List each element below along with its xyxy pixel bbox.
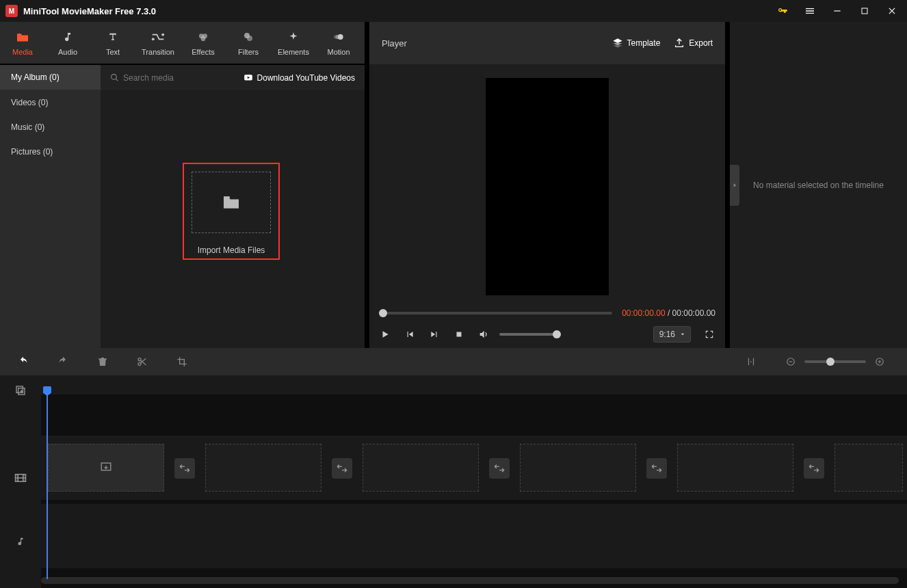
minimize-button[interactable] xyxy=(828,1,847,21)
import-label: Import Media Files xyxy=(198,245,265,255)
prev-frame-button[interactable] xyxy=(404,328,416,340)
folder-icon xyxy=(16,30,29,44)
folder-open-icon xyxy=(222,195,241,210)
delete-button[interactable] xyxy=(96,355,109,369)
clip-slot[interactable] xyxy=(677,444,793,492)
svg-point-9 xyxy=(111,75,117,80)
titlebar: M MiniTool MovieMaker Free 7.3.0 xyxy=(0,0,907,22)
transition-icon xyxy=(151,30,165,44)
layers-icon xyxy=(612,38,623,49)
tab-label: Motion xyxy=(327,48,350,56)
transition-slot[interactable] xyxy=(174,458,195,479)
redo-button[interactable] xyxy=(56,355,70,369)
tab-filters[interactable]: Filters xyxy=(226,22,271,64)
zoom-in-button[interactable] xyxy=(873,355,886,369)
audio-track[interactable] xyxy=(41,504,907,568)
zoom-out-button[interactable] xyxy=(784,355,798,369)
tab-audio[interactable]: Audio xyxy=(45,22,90,64)
edit-toolbar xyxy=(0,348,907,375)
transition-slot[interactable] xyxy=(332,458,352,479)
split-button[interactable] xyxy=(135,355,149,369)
time-current: 00:00:00.00 xyxy=(622,308,665,318)
timeline-ruler[interactable] xyxy=(41,375,907,395)
key-icon[interactable] xyxy=(773,1,792,21)
tab-label: Transition xyxy=(142,48,174,56)
crop-button[interactable] xyxy=(175,355,189,369)
zoom-slider[interactable] xyxy=(804,360,866,363)
effects-icon xyxy=(196,30,210,44)
next-frame-button[interactable] xyxy=(428,328,441,340)
transition-slot[interactable] xyxy=(646,458,667,479)
search-input[interactable] xyxy=(123,73,237,83)
add-track-button[interactable] xyxy=(14,384,27,397)
playhead[interactable] xyxy=(47,388,48,579)
tab-media[interactable]: Media xyxy=(0,22,45,64)
time-sep: / xyxy=(666,308,672,318)
tab-transition[interactable]: Transition xyxy=(135,22,181,64)
fit-button[interactable] xyxy=(744,355,758,369)
app-title: MiniTool MovieMaker Free 7.3.0 xyxy=(23,6,773,16)
svg-rect-11 xyxy=(224,196,230,198)
transition-slot[interactable] xyxy=(489,458,510,479)
maximize-button[interactable] xyxy=(855,1,874,21)
transition-slot[interactable] xyxy=(804,458,824,479)
clip-slot[interactable] xyxy=(48,444,164,492)
download-youtube-link[interactable]: Download YouTube Videos xyxy=(244,73,355,83)
tab-effects[interactable]: Effects xyxy=(181,22,226,64)
template-label: Template xyxy=(627,38,661,48)
sidebar-item-pictures[interactable]: Pictures (0) xyxy=(0,139,101,164)
sidebar-item-music[interactable]: Music (0) xyxy=(0,115,101,139)
stop-button[interactable] xyxy=(453,328,465,340)
tab-text[interactable]: Text xyxy=(90,22,135,64)
tab-label: Text xyxy=(106,48,120,56)
aspect-ratio-select[interactable]: 9:16 xyxy=(653,326,691,343)
search-icon xyxy=(110,73,119,82)
export-button[interactable]: Export xyxy=(674,38,713,49)
panel-collapse-handle[interactable] xyxy=(730,165,739,206)
properties-panel: No material selected on the timeline xyxy=(730,22,907,348)
download-icon xyxy=(244,74,253,82)
svg-rect-0 xyxy=(862,8,867,14)
player-title: Player xyxy=(382,38,612,49)
sparkle-icon xyxy=(287,30,300,44)
clip-slot[interactable] xyxy=(205,444,321,492)
seek-slider[interactable] xyxy=(379,312,612,315)
audio-track-icon xyxy=(14,535,27,548)
timeline-scrollbar[interactable] xyxy=(41,577,899,584)
time-total: 00:00:00.00 xyxy=(672,308,715,318)
tab-label: Audio xyxy=(58,48,77,56)
clip-slot[interactable] xyxy=(834,444,903,492)
drop-here-icon xyxy=(99,462,113,474)
app-logo: M xyxy=(5,5,18,17)
export-icon xyxy=(674,38,685,49)
filters-icon xyxy=(241,30,255,44)
volume-slider[interactable] xyxy=(499,333,561,336)
svg-point-8 xyxy=(334,35,337,38)
sidebar-item-videos[interactable]: Videos (0) xyxy=(0,90,101,115)
tab-label: Effects xyxy=(192,48,214,56)
sidebar-item-myalbum[interactable]: My Album (0) xyxy=(0,65,101,90)
motion-icon xyxy=(332,30,345,44)
volume-button[interactable] xyxy=(477,328,490,340)
clip-slot[interactable] xyxy=(520,444,636,492)
fullscreen-button[interactable] xyxy=(703,328,715,340)
undo-button[interactable] xyxy=(16,355,30,369)
timeline[interactable] xyxy=(0,375,907,588)
tab-elements[interactable]: Elements xyxy=(271,22,316,64)
text-icon xyxy=(106,30,120,44)
play-button[interactable] xyxy=(379,328,391,340)
download-label: Download YouTube Videos xyxy=(257,73,355,83)
close-button[interactable] xyxy=(882,1,902,21)
video-track-icon xyxy=(14,471,27,485)
import-media-button[interactable]: Import Media Files xyxy=(183,163,280,260)
music-note-icon xyxy=(61,30,75,44)
export-label: Export xyxy=(689,38,713,48)
tab-motion[interactable]: Motion xyxy=(316,22,361,64)
clip-slot[interactable] xyxy=(363,444,479,492)
menu-icon[interactable] xyxy=(800,1,819,21)
ratio-value: 9:16 xyxy=(659,330,675,339)
svg-point-5 xyxy=(247,36,252,41)
svg-point-3 xyxy=(201,36,206,41)
empty-message: No material selected on the timeline xyxy=(753,181,884,190)
template-button[interactable]: Template xyxy=(612,38,661,49)
